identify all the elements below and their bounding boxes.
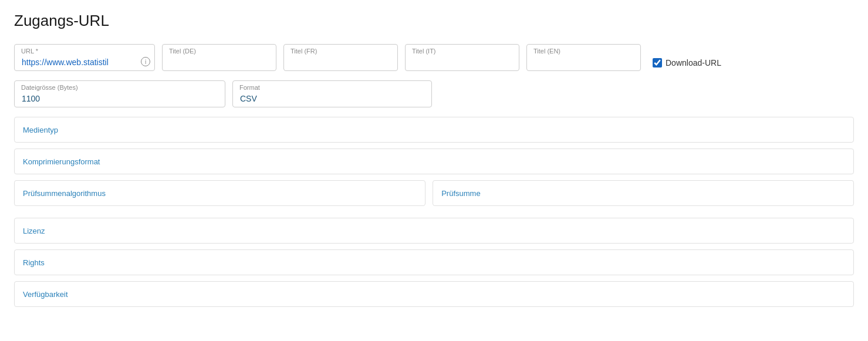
- url-input[interactable]: [14, 44, 155, 71]
- lizenz-field[interactable]: Lizenz: [14, 218, 854, 244]
- rights-label: Rights: [23, 258, 45, 267]
- titel-fr-field: Titel (FR): [283, 44, 398, 71]
- pruefsumme-field[interactable]: Prüfsumme: [433, 180, 854, 206]
- lizenz-label: Lizenz: [23, 227, 45, 235]
- komprimierungsformat-field[interactable]: Komprimierungsformat: [14, 148, 854, 174]
- dateigross-field: Dateigrösse (Bytes): [14, 80, 225, 107]
- rights-field[interactable]: Rights: [14, 249, 854, 275]
- row-2: Dateigrösse (Bytes) Format: [14, 80, 854, 107]
- titel-it-field: Titel (IT): [405, 44, 519, 71]
- row-1: URL * i Titel (DE) Titel (FR) Titel (IT)…: [14, 44, 854, 71]
- pruefsummenalgorithmus-field[interactable]: Prüfsummenalgorithmus: [14, 180, 425, 206]
- medientyp-field[interactable]: Medientyp: [14, 117, 854, 143]
- url-field: URL * i: [14, 44, 155, 71]
- titel-fr-input[interactable]: [283, 44, 398, 71]
- titel-en-input[interactable]: [526, 44, 641, 71]
- form-section: URL * i Titel (DE) Titel (FR) Titel (IT)…: [14, 44, 854, 307]
- format-field: Format: [232, 80, 432, 107]
- titel-de-field: Titel (DE): [162, 44, 276, 71]
- komprimierungsformat-label: Komprimierungsformat: [23, 157, 100, 166]
- url-info-icon[interactable]: i: [141, 57, 150, 66]
- page-title: Zugangs-URL: [14, 12, 854, 30]
- download-url-container: Download-URL: [653, 58, 721, 67]
- verfuegbarkeit-field[interactable]: Verfügbarkeit: [14, 281, 854, 307]
- titel-de-input[interactable]: [162, 44, 276, 71]
- download-url-label[interactable]: Download-URL: [666, 58, 721, 67]
- dateigross-input[interactable]: [14, 80, 225, 107]
- pruefsummen-row: Prüfsummenalgorithmus Prüfsumme: [14, 180, 854, 212]
- medientyp-label: Medientyp: [23, 126, 58, 134]
- format-input[interactable]: [232, 80, 432, 107]
- pruefsummenalgorithmus-label: Prüfsummenalgorithmus: [23, 189, 106, 198]
- pruefsumme-label: Prüfsumme: [441, 189, 480, 198]
- titel-en-field: Titel (EN): [526, 44, 641, 71]
- titel-it-input[interactable]: [405, 44, 519, 71]
- download-url-checkbox[interactable]: [653, 58, 662, 67]
- verfuegbarkeit-label: Verfügbarkeit: [23, 290, 68, 299]
